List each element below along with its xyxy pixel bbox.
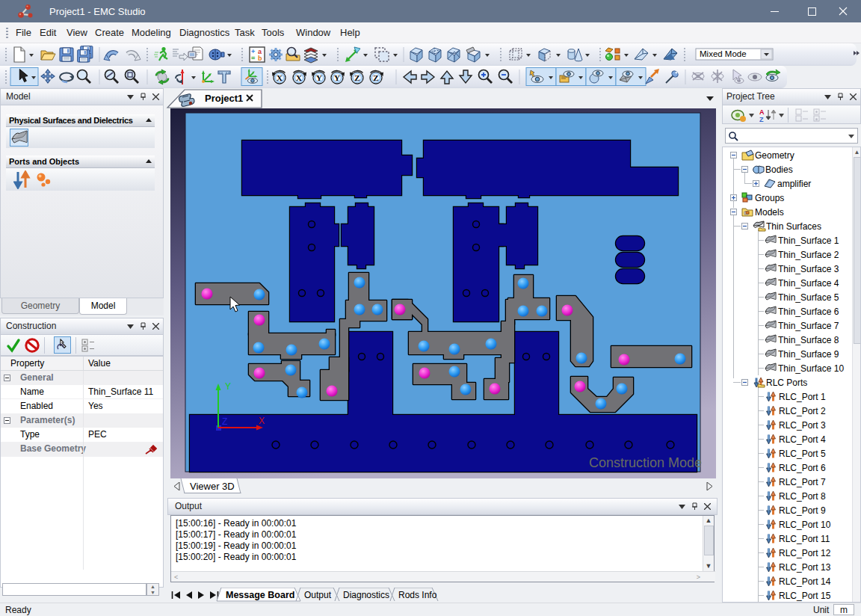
svg-text:A: A	[759, 108, 765, 116]
svg-text:X: X	[259, 416, 265, 426]
svg-text:Project1: Project1	[205, 93, 243, 104]
svg-text:Construction Mode: Construction Mode	[589, 455, 702, 470]
svg-text:X: X	[277, 73, 283, 82]
svg-text:Z: Z	[373, 73, 378, 82]
svg-text:Mixed Mode: Mixed Mode	[700, 49, 747, 58]
svg-text:Z: Z	[354, 73, 359, 82]
svg-text:Y: Y	[334, 73, 340, 82]
svg-text:Y: Y	[225, 381, 231, 392]
svg-text:Rods Info: Rods Info	[398, 590, 437, 600]
svg-text:Y: Y	[316, 73, 322, 82]
svg-text:Z: Z	[222, 416, 227, 427]
svg-text:X: X	[296, 73, 302, 82]
svg-text:Diagnostics: Diagnostics	[343, 590, 389, 600]
svg-text:Message Board: Message Board	[226, 590, 294, 600]
svg-text:Output: Output	[304, 590, 332, 600]
svg-text:Z: Z	[759, 116, 764, 123]
